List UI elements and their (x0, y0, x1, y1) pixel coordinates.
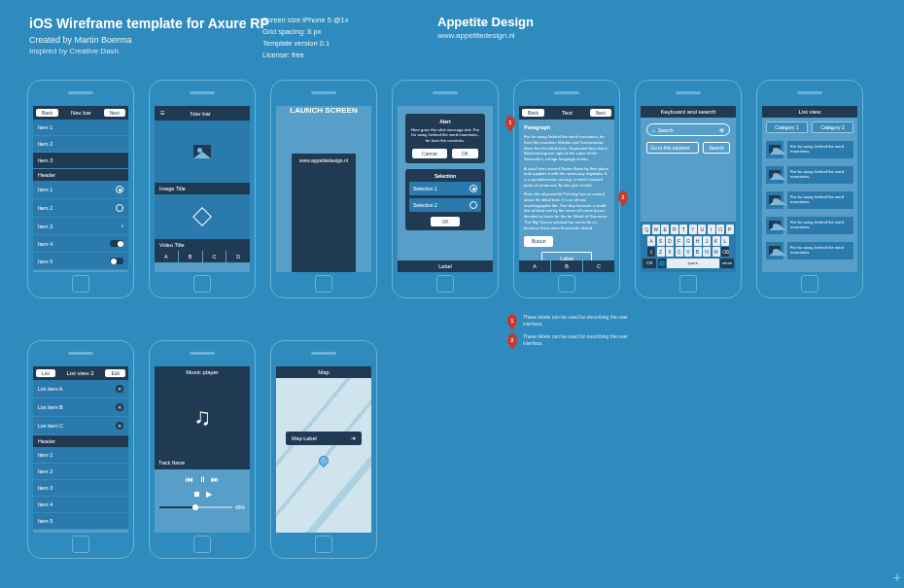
key[interactable]: E (661, 225, 669, 234)
key[interactable]: J (703, 236, 711, 246)
menu-icon[interactable]: ≡ (157, 109, 168, 118)
prev-button[interactable]: ⏮ (186, 475, 193, 484)
list-item[interactable]: Item 3› (33, 218, 128, 235)
key[interactable]: G (684, 236, 692, 246)
key[interactable]: A (647, 236, 655, 246)
close-icon[interactable]: ✕ (116, 422, 123, 430)
list-item[interactable]: Far far away, behind the word mountains. (762, 137, 857, 162)
selection-option[interactable]: Selection 1 (409, 182, 481, 195)
list-item[interactable]: Item 3 (33, 480, 128, 497)
next-button[interactable]: Next (104, 109, 125, 117)
key[interactable]: M (713, 247, 720, 257)
shift-key[interactable]: ⇧ (647, 247, 655, 257)
paragraph: Even the all-powerful Pointing has no co… (524, 191, 609, 230)
key[interactable]: R (671, 225, 678, 234)
key[interactable]: D (666, 236, 674, 246)
list-item[interactable]: Item 4 (33, 497, 128, 513)
num-key[interactable]: 123 (643, 259, 656, 268)
globe-key[interactable]: 🌐 (658, 259, 666, 268)
key[interactable]: U (698, 225, 706, 234)
list-item[interactable]: Far far away, behind the word mountains. (762, 238, 857, 263)
segmented-control[interactable]: ABCD (155, 251, 250, 262)
list-item[interactable]: Item 5 (33, 253, 128, 270)
list-item[interactable]: List item A✕ (33, 380, 128, 398)
edit-button[interactable]: Edit (105, 369, 125, 377)
selection-option[interactable]: Selection 2 (409, 198, 481, 212)
key[interactable]: H (694, 236, 702, 246)
navbar: Back Nav bar Next (33, 106, 128, 120)
segmented-control[interactable]: ABC (519, 260, 614, 272)
marker-1-icon: 1 (505, 116, 515, 128)
search-button[interactable]: Search (703, 142, 730, 154)
key[interactable]: N (703, 247, 711, 257)
keyboard[interactable]: QWERTYUIOP ASDFGHJKL ⇧ZXCVBNM⌫ 123 🌐 spa… (641, 222, 736, 272)
stop-button[interactable]: ⏹ (193, 490, 201, 499)
key[interactable]: Z (657, 247, 665, 257)
next-button[interactable]: Next (590, 109, 611, 117)
key[interactable]: O (716, 225, 724, 234)
button[interactable]: Button (524, 236, 553, 247)
list-item[interactable]: Item 2 (33, 199, 128, 218)
list-item[interactable]: Item 4 (33, 235, 128, 253)
key[interactable]: I (708, 225, 715, 234)
key[interactable]: F (676, 236, 683, 246)
list-item[interactable]: Item 1 (33, 181, 128, 199)
key[interactable]: L (721, 236, 729, 246)
key[interactable]: W (652, 225, 660, 234)
map-label-bar[interactable]: Map Label ➜ (286, 432, 362, 445)
key[interactable]: X (666, 247, 674, 257)
tab[interactable]: Category 2 (812, 121, 853, 133)
radio-off-icon[interactable] (116, 204, 123, 212)
text-body: Paragraph Far far away, behind the word … (519, 120, 614, 272)
footnote-1: These labels can be used for describing … (523, 314, 635, 327)
toggle-off-icon[interactable] (110, 258, 123, 264)
key[interactable]: T (679, 225, 687, 234)
list-item[interactable]: Item 5 (33, 513, 128, 530)
ok-button[interactable]: OK (452, 149, 478, 158)
map-view[interactable]: Map Label ➜ (276, 378, 371, 533)
back-button[interactable]: Back (522, 109, 544, 117)
key[interactable]: B (694, 247, 702, 257)
play-button[interactable]: ⏸ (198, 475, 206, 484)
category-tabs[interactable]: Category 1 Category 2 (762, 118, 857, 137)
list-button[interactable]: List (36, 369, 55, 377)
ok-button[interactable]: OK (431, 217, 460, 226)
list-item[interactable]: List item C✕ (33, 417, 128, 435)
radio-on-icon[interactable] (116, 186, 123, 193)
play2-button[interactable]: ▶ (206, 490, 212, 499)
list-item-selected[interactable]: Item 3 (33, 153, 128, 169)
phone-music: Music player ♫ Track Name ⏮ ⏸ ⏭ ⏹ ▶ 45% (149, 340, 256, 559)
list-item[interactable]: Item 1 (33, 447, 128, 464)
key[interactable]: C (676, 247, 683, 257)
arrow-right-icon: ➜ (351, 435, 356, 441)
cancel-button[interactable]: Cancel (412, 149, 447, 158)
scrubber-icon[interactable] (192, 504, 198, 510)
address-input[interactable]: Go to this address (646, 142, 699, 154)
key[interactable]: V (684, 247, 692, 257)
list-item[interactable]: Item 1 (33, 120, 128, 136)
list-item[interactable]: Item 2 (33, 136, 128, 153)
key[interactable]: P (726, 225, 734, 234)
key[interactable]: Q (643, 225, 650, 234)
list-item[interactable]: Item 2 (33, 464, 128, 480)
progress-bar[interactable]: 45% (155, 504, 250, 510)
back-button[interactable]: Back (36, 109, 58, 117)
list-item[interactable]: List item B✕ (33, 398, 128, 417)
list-item[interactable]: Far far away, behind the word mountains. (762, 162, 857, 188)
delete-key[interactable]: ⌫ (721, 247, 729, 257)
search-input[interactable]: Search ⊗ (646, 123, 730, 136)
toggle-on-icon[interactable] (110, 240, 123, 247)
return-key[interactable]: return (720, 259, 734, 268)
key[interactable]: S (657, 236, 665, 246)
list-item[interactable]: Far far away, behind the word mountains. (762, 213, 857, 238)
close-icon[interactable]: ✕ (116, 385, 123, 393)
next-button[interactable]: ⏭ (211, 475, 219, 484)
phone-text: Back Text Next Paragraph Far far away, b… (513, 80, 620, 298)
space-key[interactable]: space (667, 259, 719, 268)
tab[interactable]: Category 1 (766, 121, 808, 133)
key[interactable]: Y (689, 225, 697, 234)
clear-icon[interactable]: ⊗ (719, 126, 724, 133)
list-item[interactable]: Far far away, behind the word mountains. (762, 188, 857, 213)
close-icon[interactable]: ✕ (116, 403, 123, 411)
key[interactable]: K (713, 236, 720, 246)
